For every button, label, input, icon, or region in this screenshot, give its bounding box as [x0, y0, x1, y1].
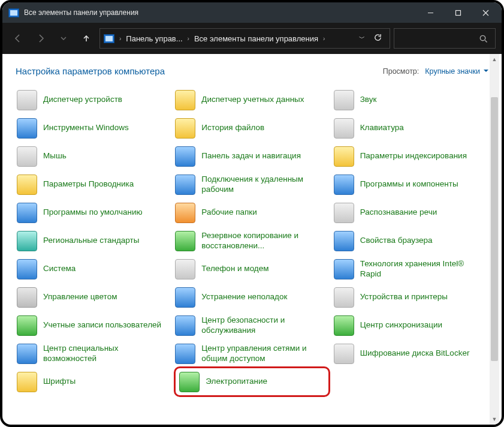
speech-recognition-icon	[334, 203, 354, 223]
cp-item-security-maintenance[interactable]: Центр безопасности и обслуживания	[174, 311, 330, 339]
minimize-button[interactable]	[417, 4, 444, 22]
cp-item-label: Шифрование диска BitLocker	[360, 348, 470, 359]
cp-item-label: Электропитание	[206, 377, 267, 387]
cp-item-system[interactable]: Система	[16, 255, 171, 283]
up-button[interactable]	[77, 29, 96, 48]
cp-item-label: Программы по умолчанию	[43, 208, 143, 218]
cp-item-taskbar-navigation[interactable]: Панель задач и навигация	[174, 142, 330, 170]
cp-item-label: Телефон и модем	[201, 264, 268, 274]
cp-item-label: Свойства браузера	[360, 236, 433, 246]
cp-item-backup-restore[interactable]: Резервное копирование и восстановлени...	[174, 227, 330, 255]
cp-item-mouse[interactable]: Мышь	[16, 142, 171, 170]
user-accounts-icon	[17, 315, 37, 336]
address-bar[interactable]: › Панель управ... › Все элементы панели …	[99, 28, 390, 49]
cp-item-label: Подключения к удаленным рабочим	[201, 175, 328, 195]
cp-item-label: Учетные записи пользователей	[43, 320, 161, 330]
backup-restore-icon	[175, 231, 195, 251]
keyboard-icon	[334, 118, 354, 139]
cp-item-file-history[interactable]: История файлов	[174, 114, 330, 142]
cp-item-label: Инструменты Windows	[43, 123, 129, 133]
search-input[interactable]	[394, 28, 496, 49]
cp-item-label: Центр специальных возможностей	[43, 344, 170, 364]
cp-item-internet-options[interactable]: Свойства браузера	[333, 227, 488, 255]
security-maintenance-icon	[175, 315, 195, 336]
view-value[interactable]: Крупные значки	[425, 67, 488, 76]
forward-button[interactable]	[31, 29, 50, 48]
ease-of-access-icon	[17, 344, 37, 364]
chevron-right-icon[interactable]: ›	[186, 35, 191, 42]
power-options-icon	[179, 372, 200, 392]
cp-item-color-management[interactable]: Управление цветом	[16, 283, 171, 311]
network-sharing-icon	[175, 344, 195, 364]
cp-item-indexing-options[interactable]: Параметры индексирования	[333, 142, 488, 170]
color-management-icon	[17, 287, 37, 308]
cp-item-sound[interactable]: Звук	[333, 86, 488, 114]
cp-item-label: Диспетчер учетных данных	[201, 95, 304, 105]
cp-item-label: Диспетчер устройств	[43, 95, 122, 105]
sound-icon	[334, 90, 354, 110]
bitlocker-icon	[334, 344, 354, 364]
recent-locations-button[interactable]	[54, 29, 73, 48]
svg-point-1	[480, 35, 485, 40]
cp-item-keyboard[interactable]: Клавиатура	[333, 114, 488, 142]
view-selector[interactable]: Просмотр: Крупные значки	[383, 67, 488, 76]
cp-item-credential-manager[interactable]: Диспетчер учетных данных	[174, 86, 330, 114]
cp-item-sync-center[interactable]: Центр синхронизации	[333, 311, 488, 339]
cp-item-label: Программы и компоненты	[360, 179, 458, 190]
default-programs-icon	[17, 203, 37, 223]
back-button[interactable]	[8, 29, 28, 48]
scrollbar[interactable]: ▲ ▼	[490, 54, 499, 425]
system-icon	[17, 259, 37, 279]
cp-item-label: Панель задач и навигация	[201, 151, 301, 161]
cp-item-label: Рабочие папки	[201, 208, 256, 218]
breadcrumb-seg-1[interactable]: Панель управ...	[122, 34, 186, 43]
cp-item-explorer-options[interactable]: Параметры Проводника	[16, 170, 171, 199]
region-icon	[17, 231, 37, 251]
content-area: Настройка параметров компьютера Просмотр…	[2, 54, 502, 425]
cp-item-troubleshooting[interactable]: Устранение неполадок	[174, 283, 330, 311]
cp-item-remote-connections[interactable]: Подключения к удаленным рабочим	[174, 170, 330, 199]
scroll-up-button[interactable]: ▲	[490, 54, 499, 65]
search-icon	[479, 34, 488, 43]
cp-item-bitlocker[interactable]: Шифрование диска BitLocker	[333, 339, 488, 368]
cp-item-fonts[interactable]: Шрифты	[16, 368, 171, 396]
window-title: Все элементы панели управления	[24, 8, 417, 17]
cp-item-devices-printers[interactable]: Устройства и принтеры	[333, 283, 488, 311]
cp-item-windows-tools[interactable]: Инструменты Windows	[16, 114, 171, 142]
cp-item-ease-of-access[interactable]: Центр специальных возможностей	[16, 339, 171, 368]
explorer-options-icon	[17, 175, 37, 195]
cp-item-label: Параметры индексирования	[360, 151, 467, 161]
cp-item-label: Шрифты	[43, 377, 76, 387]
cp-item-label: Управление цветом	[43, 292, 117, 302]
close-button[interactable]	[472, 4, 499, 22]
cp-item-user-accounts[interactable]: Учетные записи пользователей	[16, 311, 171, 339]
cp-item-default-programs[interactable]: Программы по умолчанию	[16, 199, 171, 227]
maximize-button[interactable]	[444, 4, 472, 22]
scrollbar-thumb[interactable]	[491, 97, 498, 361]
cp-item-network-sharing[interactable]: Центр управления сетями и общим доступом	[174, 339, 330, 368]
refresh-button[interactable]	[373, 33, 382, 44]
cp-item-label: Центр синхронизации	[360, 320, 442, 330]
fonts-icon	[17, 372, 37, 392]
troubleshooting-icon	[175, 287, 195, 308]
device-manager-icon	[17, 90, 37, 110]
cp-item-label: Клавиатура	[360, 123, 404, 133]
phone-modem-icon	[175, 259, 195, 279]
internet-options-icon	[334, 231, 354, 251]
chevron-right-icon[interactable]: ›	[118, 35, 122, 42]
history-dropdown-button[interactable]: ﹀	[359, 34, 365, 43]
breadcrumb-seg-2[interactable]: Все элементы панели управления	[191, 34, 322, 43]
cp-item-label: Мышь	[43, 151, 67, 161]
cp-item-speech-recognition[interactable]: Распознавание речи	[333, 199, 488, 227]
scroll-down-button[interactable]: ▼	[490, 414, 499, 425]
cp-item-power-options[interactable]: Электропитание	[174, 366, 330, 397]
cp-item-programs-features[interactable]: Программы и компоненты	[333, 170, 488, 199]
cp-item-phone-modem[interactable]: Телефон и модем	[174, 255, 330, 283]
cp-item-intel-rapid-storage[interactable]: Технология хранения Intel® Rapid	[333, 255, 488, 283]
cp-item-work-folders[interactable]: Рабочие папки	[174, 199, 330, 227]
chevron-right-icon[interactable]: ›	[322, 35, 326, 42]
cp-item-device-manager[interactable]: Диспетчер устройств	[16, 86, 171, 114]
titlebar: Все элементы панели управления	[2, 2, 502, 23]
windows-tools-icon	[17, 118, 37, 139]
cp-item-region[interactable]: Региональные стандарты	[16, 227, 171, 255]
